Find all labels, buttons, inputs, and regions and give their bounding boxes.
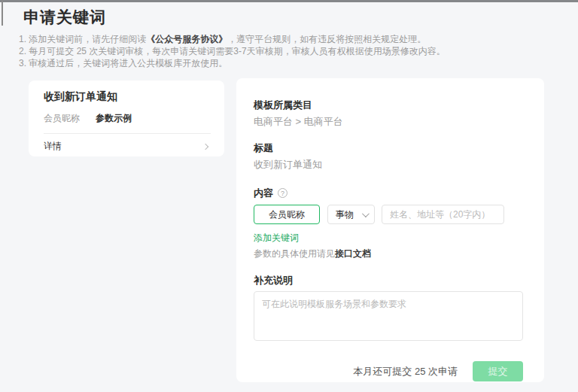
preview-title: 收到新订单通知 xyxy=(44,90,211,103)
submit-button[interactable]: 提交 xyxy=(473,361,523,381)
preview-divider xyxy=(44,133,211,134)
chevron-right-icon xyxy=(202,143,208,149)
title-value: 收到新订单通知 xyxy=(254,160,523,169)
note-line-1: 1. 添加关键词前，请先仔细阅读《公众号服务协议》，遵守平台规则，如有违反将按照… xyxy=(19,33,446,45)
doc-hint-text: 参数的具体使用请见 xyxy=(254,248,335,259)
param-type-value: 事物 xyxy=(336,208,354,221)
keyword-editor-row: 事物 xyxy=(254,205,523,224)
note-line-2: 2. 每月可提交 25 次关键词审核，每次申请关键词需要3-7天审核期，审核人员… xyxy=(19,45,446,57)
keyword-form-card: 模板所属类目 电商平台 > 电商平台 标题 收到新订单通知 内容 ? 事物 添加… xyxy=(236,78,544,382)
note-line-3: 3. 审核通过后，关键词将进入公共模板库开放使用。 xyxy=(19,57,446,69)
api-doc-link[interactable]: 接口文档 xyxy=(335,248,371,259)
preview-detail-row[interactable]: 详情 xyxy=(44,141,211,152)
window-left-edge xyxy=(2,0,3,26)
instruction-notes: 1. 添加关键词前，请先仔细阅读《公众号服务协议》，遵守平台规则，如有违反将按照… xyxy=(19,33,446,69)
content-label: 内容 xyxy=(254,188,273,198)
doc-hint: 参数的具体使用请见接口文档 xyxy=(254,248,523,260)
preview-param-key: 会员昵称 xyxy=(44,113,80,124)
note-1-text: 1. 添加关键词前，请先仔细阅读 xyxy=(19,34,146,44)
window-top-edge xyxy=(0,0,578,2)
preview-param-value: 参数示例 xyxy=(96,113,132,124)
param-example-input[interactable] xyxy=(382,205,504,224)
detail-label: 详情 xyxy=(44,141,62,152)
note-1-suffix: ，遵守平台规则，如有违反将按照相关规定处理。 xyxy=(227,34,426,44)
help-question-icon[interactable]: ? xyxy=(278,188,287,198)
title-label: 标题 xyxy=(254,143,523,153)
page-title: 申请关键词 xyxy=(23,7,106,28)
remark-label: 补充说明 xyxy=(254,275,523,285)
category-label: 模板所属类目 xyxy=(254,100,523,110)
remark-textarea[interactable] xyxy=(254,291,523,341)
chevron-down-icon xyxy=(362,210,370,217)
param-type-select[interactable]: 事物 xyxy=(327,205,375,224)
template-preview-card: 收到新订单通知 会员昵称 参数示例 详情 xyxy=(29,81,224,156)
form-footer: 本月还可提交 25 次申请 提交 xyxy=(254,361,523,381)
content-label-row: 内容 ? xyxy=(254,188,523,198)
service-agreement-link[interactable]: 《公众号服务协议》 xyxy=(146,34,227,44)
add-keyword-link[interactable]: 添加关键词 xyxy=(254,232,299,244)
category-value: 电商平台 > 电商平台 xyxy=(254,117,523,126)
preview-param-row: 会员昵称 参数示例 xyxy=(44,113,211,124)
keyword-input[interactable] xyxy=(254,205,320,224)
quota-text: 本月还可提交 25 次申请 xyxy=(353,365,458,378)
